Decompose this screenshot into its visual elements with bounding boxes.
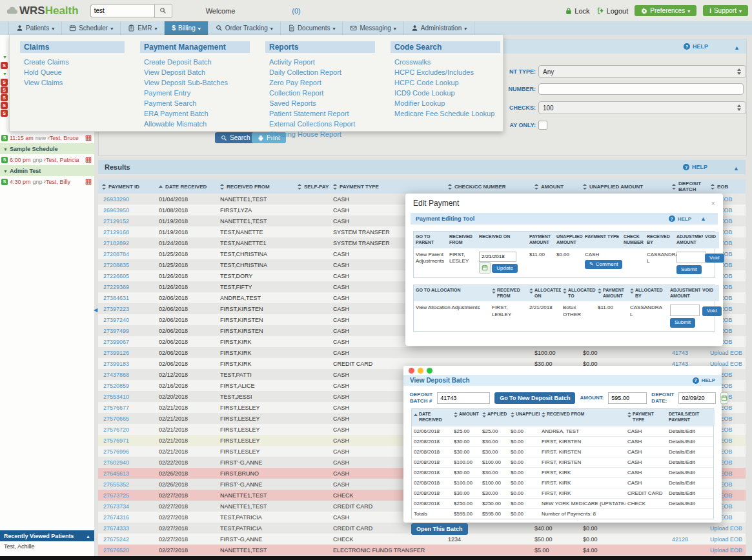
collapse-panel-icon[interactable] xyxy=(734,41,740,52)
update-button[interactable]: Update xyxy=(492,264,518,273)
help-link[interactable]: HELP xyxy=(669,215,691,222)
column-header[interactable]: DATE RECEIVED xyxy=(155,184,216,190)
notification-count[interactable]: (0) xyxy=(292,7,300,15)
view-allocation-adjustments-link[interactable]: View Allocation Adjustments xyxy=(414,301,490,330)
payment-id-link[interactable]: 27673734 xyxy=(98,503,155,510)
menu-item[interactable]: Activity Report xyxy=(265,57,375,67)
table-row[interactable]: 27676520 02/27/2018 NANETTE1,TEST ELECTR… xyxy=(98,545,746,555)
patient-name[interactable]: Test, Bruce xyxy=(50,135,79,141)
eob-link[interactable]: Upload EOB xyxy=(707,350,746,356)
recently-viewed-patient[interactable]: Test, Achille xyxy=(0,541,94,552)
menu-item[interactable]: Patient Statement Report xyxy=(265,108,375,119)
minimize-window-icon[interactable] xyxy=(418,368,423,374)
payment-id-link[interactable]: 27674316 xyxy=(98,514,155,521)
details-edit-link[interactable]: Details/Edit xyxy=(667,499,715,508)
submit-button[interactable]: Submit xyxy=(670,318,695,327)
nav-item-patients[interactable]: Patients xyxy=(8,21,62,35)
recently-viewed-patients-bar[interactable]: Recently Viewed Patients xyxy=(0,530,94,541)
menu-item[interactable]: Zero Pay Report xyxy=(265,77,375,88)
void-button[interactable]: Void xyxy=(705,254,724,263)
payment-id-link[interactable]: 27675242 xyxy=(98,536,155,543)
adjustment-amount-input[interactable] xyxy=(670,305,700,316)
column-header[interactable]: EOB xyxy=(707,184,746,190)
column-header[interactable]: DEPOSIT BATCH xyxy=(668,181,707,192)
help-link[interactable]: HELP xyxy=(693,377,715,384)
logout-button[interactable]: Logout xyxy=(596,6,629,15)
details-edit-link[interactable]: Details/Edit xyxy=(667,426,715,436)
menu-item[interactable]: External Collections Report xyxy=(265,119,375,129)
details-edit-link[interactable]: Details/Edit xyxy=(667,437,715,446)
nav-item-messaging[interactable]: Messaging xyxy=(343,21,403,35)
view-parent-adjustments-link[interactable]: View Parent Adjustments xyxy=(414,248,447,277)
payment-id-link[interactable]: 26933290 xyxy=(98,196,155,203)
payment-id-link[interactable]: 27655352 xyxy=(98,481,155,488)
appointment-grid-icon[interactable] xyxy=(85,134,92,141)
column-header[interactable]: DATE RECEIVED xyxy=(412,409,452,426)
menu-item[interactable]: ICD9 Code Lookup xyxy=(391,88,500,98)
payment-id-link[interactable]: 27182892 xyxy=(98,240,155,246)
payment-id-link[interactable]: 27602940 xyxy=(98,459,155,466)
payment-id-link[interactable]: 26963950 xyxy=(98,207,155,214)
menu-item[interactable]: View Deposit Sub-Batches xyxy=(140,77,250,88)
nav-item-emr[interactable]: EMR xyxy=(121,21,165,35)
global-search-input[interactable] xyxy=(90,5,154,17)
comment-button[interactable]: Comment xyxy=(585,260,622,269)
open-this-batch-button[interactable]: Open This Batch xyxy=(411,523,468,535)
payment-id-link[interactable]: 27674333 xyxy=(98,525,155,532)
menu-item[interactable]: View Claims xyxy=(20,77,125,88)
menu-item[interactable]: View Deposit Batch xyxy=(140,67,250,77)
menu-item[interactable]: Crosswalks xyxy=(391,57,500,67)
column-header[interactable]: PAYMENT TYPE xyxy=(625,409,667,426)
search-button[interactable]: Search xyxy=(215,132,256,143)
deposit-batch-number-input[interactable] xyxy=(437,392,490,404)
schedule-row[interactable]: Admin Test xyxy=(0,165,94,176)
global-search-button[interactable] xyxy=(154,4,172,18)
details-edit-link[interactable]: Details/Edit xyxy=(667,457,715,467)
payment-id-link[interactable]: 27570665 xyxy=(98,415,155,422)
menu-item[interactable]: Collection Report xyxy=(265,88,375,98)
column-header[interactable]: AMOUNT xyxy=(531,184,579,190)
calendar-button[interactable] xyxy=(479,262,491,274)
column-header[interactable]: RECEIVED FROM xyxy=(490,285,527,302)
column-header[interactable]: RECEIVED FROM xyxy=(216,184,294,190)
payment-id-link[interactable]: 27399067 xyxy=(98,339,155,345)
schedule-row[interactable]: Sample Schedule xyxy=(0,143,94,154)
menu-item[interactable]: ERA Payment Batch xyxy=(140,108,250,119)
eob-link[interactable]: Upload EOB xyxy=(707,547,746,554)
check-number-input[interactable] xyxy=(538,83,744,95)
appointment-grid-icon[interactable] xyxy=(85,156,92,163)
void-button[interactable]: Void xyxy=(702,306,722,315)
column-header[interactable]: VOID xyxy=(700,285,719,302)
column-header[interactable]: SELF-PAY xyxy=(294,184,329,190)
payment-id-link[interactable]: 27576720 xyxy=(98,426,155,433)
nav-item-order-tracking[interactable]: Order Tracking xyxy=(208,21,281,35)
help-link[interactable]: HELP xyxy=(684,43,708,50)
help-link[interactable]: HELP xyxy=(683,164,707,170)
zoom-window-icon[interactable] xyxy=(427,368,432,374)
preferences-button[interactable]: Preferences xyxy=(635,5,696,16)
payment-id-link[interactable]: 27645613 xyxy=(98,470,155,477)
support-button[interactable]: iSupport xyxy=(703,5,748,16)
max-checks-select[interactable]: 100 xyxy=(538,101,746,114)
self-pay-only-checkbox[interactable] xyxy=(538,121,547,130)
payment-id-link[interactable]: 27553410 xyxy=(98,394,155,400)
schedule-row[interactable]: 4:30 pm gnp 2 Test, Billy xyxy=(0,176,94,187)
received-on-date-input[interactable] xyxy=(479,252,516,262)
menu-item[interactable]: Medicare Fee Schedule Lookup xyxy=(391,108,500,119)
menu-item[interactable]: Modifier Lookup xyxy=(391,98,500,108)
payment-id-link[interactable]: 27576971 xyxy=(98,437,155,444)
menu-item[interactable]: Clearing House Report xyxy=(265,129,375,139)
calendar-button[interactable] xyxy=(720,392,728,404)
payment-id-link[interactable]: 27673725 xyxy=(98,492,155,499)
column-header[interactable]: AMOUNT xyxy=(452,409,480,426)
column-header[interactable]: UNAPPLIED AMOUNT xyxy=(579,184,668,190)
column-header[interactable]: PAYMENT TYPE xyxy=(329,184,444,190)
column-header[interactable]: CHECK/CC NUMBER xyxy=(444,184,531,190)
nav-item-scheduler[interactable]: Scheduler xyxy=(62,21,121,35)
sidebar-collapse-icon[interactable] xyxy=(94,307,97,313)
payment-id-link[interactable]: 27226605 xyxy=(98,273,155,279)
patient-name[interactable]: Test, Billy xyxy=(46,179,70,185)
details-edit-link[interactable]: Details/Edit xyxy=(667,468,715,477)
column-header[interactable]: ALLOCATED BY xyxy=(628,285,668,302)
amount-input[interactable] xyxy=(608,392,647,404)
